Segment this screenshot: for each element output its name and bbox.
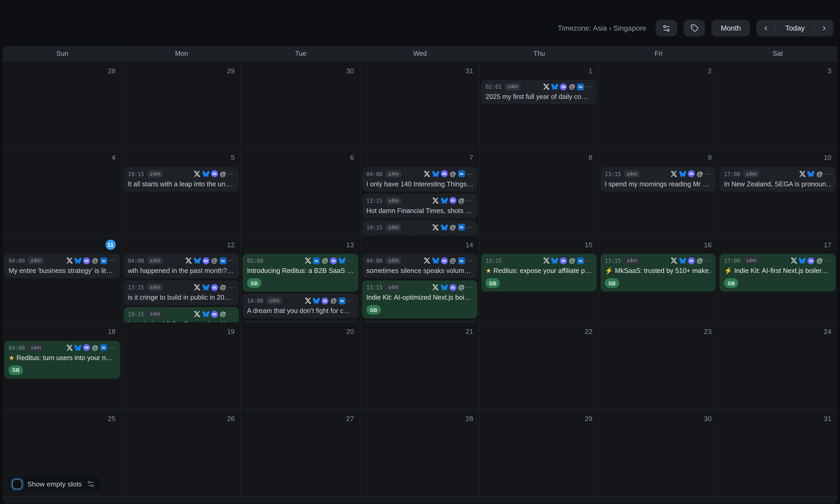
date-number: 15 (585, 240, 593, 249)
day-cell[interactable]: 29 (480, 410, 599, 497)
more-icon[interactable]: ··· (347, 257, 354, 264)
more-icon[interactable]: ··· (347, 297, 354, 304)
day-cell[interactable]: 8 (480, 149, 599, 235)
day-cell[interactable]: 704:00±4mm@in···I only have 140 Interest… (360, 149, 479, 235)
day-cell[interactable]: 31 (718, 410, 837, 497)
date-row: 1 (481, 64, 597, 77)
date-number: 27 (346, 414, 354, 422)
event-time: 13:15 (128, 284, 144, 291)
more-icon[interactable]: ··· (466, 284, 473, 291)
day-cell[interactable]: 1613:15±4mm@···⚡ MkSaaS: trusted by 510+… (599, 235, 718, 322)
event-time: 13:15 (605, 170, 621, 177)
day-cell[interactable]: 24 (718, 322, 837, 409)
event-card[interactable]: 13:15±4mm@···⚡ MkSaaS: trusted by 510+ m… (601, 254, 716, 292)
day-cell[interactable]: 1017:00±4m@···In New Zealand, SEGA is pr… (718, 149, 837, 235)
tag-button[interactable] (684, 20, 705, 36)
day-cell[interactable]: 22 (480, 322, 599, 409)
view-mode-button[interactable]: Month (712, 20, 750, 36)
event-card[interactable]: 13:15±4mm@···I spend my mornings reading… (601, 167, 716, 191)
day-cell[interactable]: 1513:15m@in···★ Reditus: expose your aff… (480, 235, 599, 322)
day-cell[interactable]: 6 (241, 149, 360, 235)
more-icon[interactable]: ··· (705, 170, 712, 177)
more-icon[interactable]: ··· (825, 170, 832, 177)
day-cell[interactable]: 1302:00in@m···Introducing Reditus: a B2B… (241, 235, 360, 322)
filter-button[interactable] (656, 20, 678, 36)
day-cell[interactable]: 102:01±4mm@in···2025 my first full year … (480, 61, 599, 148)
event-card[interactable]: 14:00±4mm@in···A dream that you don’t fi… (243, 294, 358, 319)
today-button[interactable]: Today (775, 20, 815, 36)
event-card[interactable]: 04:00±4mm@in···I only have 140 Interesti… (362, 167, 478, 191)
x-icon (66, 344, 73, 351)
event-card[interactable]: 17:00±4mm@···⚡ Indie Kit: AI-first Next.… (720, 254, 836, 292)
more-icon[interactable]: ··· (109, 257, 116, 264)
event-card[interactable]: 02:01±4mm@in···2025 my first full year o… (481, 80, 597, 104)
event-card[interactable]: 13:15±4mm@···is it cringe to build in pu… (123, 281, 239, 305)
event-card[interactable]: 19:15±4mm@···It all starts with a leap i… (123, 167, 239, 191)
day-cell[interactable]: 28 (360, 410, 479, 497)
day-cell[interactable]: 29 (122, 61, 241, 148)
day-cell[interactable]: 3 (718, 61, 837, 148)
event-list: 04:00±4mm@in···I only have 140 Interesti… (362, 167, 478, 235)
day-cell[interactable]: 27 (241, 410, 360, 497)
more-icon[interactable]: ··· (466, 257, 473, 264)
threads-icon: @ (92, 257, 99, 264)
threads-icon: @ (458, 284, 465, 291)
more-icon[interactable]: ··· (466, 224, 473, 231)
date-row: 15 (481, 238, 597, 251)
weekday-label: Sat (718, 46, 837, 61)
day-cell[interactable]: 26 (122, 410, 241, 497)
event-card[interactable]: 19:15±4m@in···“Listen to music or sports… (362, 220, 478, 235)
day-cell[interactable]: 19 (122, 322, 241, 409)
day-cell[interactable]: 1204:00±4mm@in···wth happened in the pas… (122, 235, 241, 322)
event-card[interactable]: 17:00±4m@···In New Zealand, SEGA is pron… (720, 167, 836, 191)
day-cell[interactable]: 30 (599, 410, 718, 497)
more-icon[interactable]: ··· (228, 257, 235, 264)
next-button[interactable] (815, 20, 834, 36)
event-card[interactable]: 04:00±4mm@in···sometimes silence speaks … (362, 254, 478, 278)
more-icon[interactable]: ··· (825, 257, 832, 264)
more-icon[interactable]: ··· (705, 257, 712, 264)
event-card[interactable]: 13:15±4mm@···Hot damn Financial Times, s… (362, 193, 478, 218)
more-icon[interactable]: ··· (228, 284, 235, 291)
event-card[interactable]: 04:00±4mm@in···My entire 'business strat… (4, 254, 120, 278)
day-cell[interactable]: 2 (599, 61, 718, 148)
mastodon-icon: m (211, 170, 218, 177)
day-cell[interactable]: 1404:00±4mm@in···sometimes silence speak… (360, 235, 479, 322)
day-cell[interactable]: 4 (3, 149, 122, 235)
day-cell[interactable]: 30 (241, 61, 360, 148)
day-cell[interactable]: 28 (3, 61, 122, 148)
show-empty-slots-checkbox[interactable] (12, 479, 22, 489)
bluesky-icon (432, 170, 440, 177)
event-card-clipped[interactable] (362, 321, 478, 322)
event-card[interactable]: 13:15±4mm@···Indie Kit: AI-optimized Nex… (362, 281, 478, 319)
date-number: 26 (227, 414, 235, 422)
event-card[interactable]: 19:15±4mm@···Introducing MkSaaS: complet… (123, 307, 239, 322)
bluesky-icon (679, 257, 686, 264)
slots-settings-button[interactable] (87, 480, 95, 488)
more-icon[interactable]: ··· (466, 170, 473, 177)
more-icon[interactable]: ··· (228, 170, 235, 177)
more-icon[interactable]: ··· (109, 344, 116, 351)
more-icon[interactable]: ··· (466, 197, 473, 204)
day-cell[interactable]: 23 (599, 322, 718, 409)
day-cell[interactable]: 1717:00±4mm@···⚡ Indie Kit: AI-first Nex… (718, 235, 837, 322)
prev-button[interactable] (756, 20, 775, 36)
more-icon[interactable]: ··· (586, 83, 593, 90)
event-card[interactable]: 04:00±4mm@in···★ Reditus: turn users int… (4, 341, 120, 379)
day-cell[interactable]: 913:15±4mm@···I spend my mornings readin… (599, 149, 718, 235)
day-cell[interactable]: 21 (360, 322, 479, 409)
event-card[interactable]: 04:00±4mm@in···wth happened in the past … (123, 254, 239, 278)
day-cell[interactable]: 1104:00±4mm@in···My entire 'business str… (3, 235, 122, 322)
day-cell[interactable]: 20 (241, 322, 360, 409)
x-icon (543, 257, 550, 264)
day-cell[interactable]: 519:15±4mm@···It all starts with a leap … (122, 149, 241, 235)
event-card[interactable]: 13:15m@in···★ Reditus: expose your affil… (481, 254, 597, 292)
event-card-clipped[interactable] (243, 321, 358, 322)
day-cell[interactable]: 1804:00±4mm@in···★ Reditus: turn users i… (3, 322, 122, 409)
day-cell[interactable]: 31 (360, 61, 479, 148)
event-card[interactable]: 02:00in@m···Introducing Reditus: a B2B S… (243, 254, 358, 292)
date-row: 17 (720, 238, 836, 251)
mastodon-icon: m (202, 257, 209, 264)
more-icon[interactable]: ··· (228, 311, 235, 318)
more-icon[interactable]: ··· (586, 257, 593, 264)
